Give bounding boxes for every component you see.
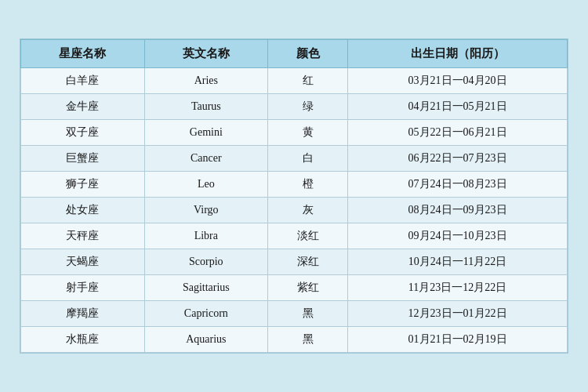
cell-color: 紫红: [268, 275, 348, 301]
cell-english-name: Virgo: [144, 198, 268, 223]
cell-english-name: Taurus: [144, 94, 268, 120]
cell-color: 黄: [268, 120, 348, 146]
table-row: 处女座Virgo灰08月24日一09月23日: [21, 198, 568, 223]
cell-chinese-name: 摩羯座: [21, 301, 145, 327]
cell-english-name: Scorpio: [144, 249, 268, 275]
cell-color: 灰: [268, 198, 348, 223]
cell-birth-dates: 10月24日一11月22日: [348, 249, 568, 275]
table-row: 金牛座Taurus绿04月21日一05月21日: [21, 94, 568, 120]
cell-color: 白: [268, 146, 348, 172]
cell-chinese-name: 天蝎座: [21, 249, 145, 275]
cell-english-name: Libra: [144, 223, 268, 249]
cell-chinese-name: 狮子座: [21, 172, 145, 198]
cell-english-name: Aries: [144, 68, 268, 94]
cell-birth-dates: 05月22日一06月21日: [348, 120, 568, 146]
cell-chinese-name: 金牛座: [21, 94, 145, 120]
table-row: 水瓶座Aquarius黑01月21日一02月19日: [21, 327, 568, 353]
cell-birth-dates: 01月21日一02月19日: [348, 327, 568, 353]
cell-english-name: Gemini: [144, 120, 268, 146]
header-birth-date: 出生日期（阳历）: [348, 40, 568, 68]
table-row: 射手座Sagittarius紫红11月23日一12月22日: [21, 275, 568, 301]
cell-chinese-name: 白羊座: [21, 68, 145, 94]
cell-birth-dates: 03月21日一04月20日: [348, 68, 568, 94]
table-header-row: 星座名称 英文名称 颜色 出生日期（阳历）: [21, 40, 568, 68]
header-english-name: 英文名称: [144, 40, 268, 68]
cell-color: 红: [268, 68, 348, 94]
cell-birth-dates: 11月23日一12月22日: [348, 275, 568, 301]
zodiac-table: 星座名称 英文名称 颜色 出生日期（阳历） 白羊座Aries红03月21日一04…: [20, 39, 568, 353]
cell-birth-dates: 09月24日一10月23日: [348, 223, 568, 249]
cell-birth-dates: 07月24日一08月23日: [348, 172, 568, 198]
cell-color: 绿: [268, 94, 348, 120]
cell-birth-dates: 04月21日一05月21日: [348, 94, 568, 120]
cell-english-name: Leo: [144, 172, 268, 198]
cell-color: 黑: [268, 301, 348, 327]
cell-chinese-name: 天秤座: [21, 223, 145, 249]
zodiac-table-container: 星座名称 英文名称 颜色 出生日期（阳历） 白羊座Aries红03月21日一04…: [20, 38, 568, 354]
table-row: 天蝎座Scorpio深红10月24日一11月22日: [21, 249, 568, 275]
table-row: 摩羯座Capricorn黑12月23日一01月22日: [21, 301, 568, 327]
cell-english-name: Capricorn: [144, 301, 268, 327]
cell-color: 黑: [268, 327, 348, 353]
cell-chinese-name: 处女座: [21, 198, 145, 223]
table-row: 双子座Gemini黄05月22日一06月21日: [21, 120, 568, 146]
cell-chinese-name: 水瓶座: [21, 327, 145, 353]
cell-english-name: Cancer: [144, 146, 268, 172]
table-row: 狮子座Leo橙07月24日一08月23日: [21, 172, 568, 198]
cell-birth-dates: 12月23日一01月22日: [348, 301, 568, 327]
cell-english-name: Aquarius: [144, 327, 268, 353]
cell-color: 深红: [268, 249, 348, 275]
cell-english-name: Sagittarius: [144, 275, 268, 301]
cell-chinese-name: 双子座: [21, 120, 145, 146]
table-row: 巨蟹座Cancer白06月22日一07月23日: [21, 146, 568, 172]
cell-color: 橙: [268, 172, 348, 198]
cell-chinese-name: 巨蟹座: [21, 146, 145, 172]
table-row: 白羊座Aries红03月21日一04月20日: [21, 68, 568, 94]
cell-birth-dates: 06月22日一07月23日: [348, 146, 568, 172]
cell-birth-dates: 08月24日一09月23日: [348, 198, 568, 223]
cell-chinese-name: 射手座: [21, 275, 145, 301]
header-chinese-name: 星座名称: [21, 40, 145, 68]
cell-color: 淡红: [268, 223, 348, 249]
table-row: 天秤座Libra淡红09月24日一10月23日: [21, 223, 568, 249]
table-body: 白羊座Aries红03月21日一04月20日金牛座Taurus绿04月21日一0…: [21, 68, 568, 353]
header-color: 颜色: [268, 40, 348, 68]
